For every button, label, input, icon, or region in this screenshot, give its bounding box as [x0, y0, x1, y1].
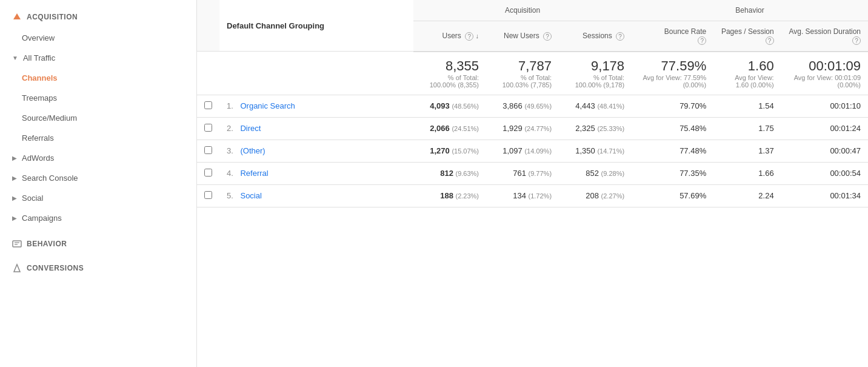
- row2-checkbox[interactable]: [197, 117, 219, 140]
- row4-new-users: 761 (9.77%): [486, 162, 559, 184]
- totals-pages-session: 1.60 Avg for View: 1.60 (0.00%): [713, 52, 781, 95]
- sidebar-item-campaigns[interactable]: ▶ Campaigns: [0, 208, 196, 228]
- row1-channel: 1. Organic Search: [219, 95, 413, 117]
- sidebar-item-treemaps[interactable]: Treemaps: [0, 88, 196, 108]
- row2-users: 2,066 (24.51%): [413, 117, 486, 140]
- adwords-arrow-icon: ▶: [12, 155, 17, 161]
- row1-channel-link[interactable]: Organic Search: [240, 101, 295, 110]
- totals-row: 8,355 % of Total: 100.00% (8,355) 7,787 …: [197, 52, 868, 95]
- users-sort-icon[interactable]: ↓: [476, 32, 479, 39]
- sidebar-item-overview[interactable]: Overview: [0, 28, 196, 48]
- sessions-col-header: Sessions ?: [559, 21, 632, 52]
- row1-new-users: 3,866 (49.65%): [486, 95, 559, 117]
- totals-sessions: 9,178 % of Total: 100.00% (9,178): [559, 52, 632, 95]
- totals-new-users: 7,787 % of Total: 100.03% (7,785): [486, 52, 559, 95]
- row4-users: 812 (9.63%): [413, 162, 486, 184]
- row3-users: 1,270 (15.07%): [413, 140, 486, 162]
- row3-bounce-rate: 77.48%: [632, 140, 713, 162]
- sessions-help-icon[interactable]: ?: [616, 32, 624, 41]
- row4-checkbox[interactable]: [197, 162, 219, 184]
- row5-pages-session: 2.24: [713, 184, 781, 207]
- behavior-icon: [12, 239, 22, 249]
- sidebar-item-channels[interactable]: Channels: [0, 68, 196, 88]
- row5-avg-session: 00:01:34: [781, 184, 868, 207]
- row4-avg-session: 00:00:54: [781, 162, 868, 184]
- conversions-section-header: CONVERSIONS: [0, 257, 196, 279]
- totals-users: 8,355 % of Total: 100.00% (8,355): [413, 52, 486, 95]
- row4-channel-link[interactable]: Referral: [240, 169, 268, 178]
- avg-session-help-icon[interactable]: ?: [852, 36, 861, 45]
- analytics-table: Default Channel Grouping Acquisition Beh…: [197, 0, 868, 207]
- users-help-icon[interactable]: ?: [465, 32, 473, 41]
- svg-marker-4: [14, 264, 20, 272]
- sidebar-item-social[interactable]: ▶ Social: [0, 188, 196, 208]
- sidebar-item-all-traffic[interactable]: ▼ All Traffic: [0, 48, 196, 68]
- row1-checkbox[interactable]: [197, 95, 219, 117]
- row1-avg-session: 00:01:10: [781, 95, 868, 117]
- row2-avg-session: 00:01:24: [781, 117, 868, 140]
- row3-new-users: 1,097 (14.09%): [486, 140, 559, 162]
- sidebar-item-search-console[interactable]: ▶ Search Console: [0, 168, 196, 188]
- row4-sessions: 852 (9.28%): [559, 162, 632, 184]
- row1-pages-session: 1.54: [713, 95, 781, 117]
- row2-channel-link[interactable]: Direct: [240, 124, 261, 133]
- svg-rect-1: [13, 241, 21, 247]
- users-col-header: Users ? ↓: [413, 21, 486, 52]
- row5-checkbox[interactable]: [197, 184, 219, 207]
- row3-checkbox[interactable]: [197, 140, 219, 162]
- table-row: 5. Social 188 (2.23%) 134 (1.72%) 208 (2…: [197, 184, 868, 207]
- row4-bounce-rate: 77.35%: [632, 162, 713, 184]
- totals-label-cell: [219, 52, 413, 95]
- row3-avg-session: 00:00:47: [781, 140, 868, 162]
- sidebar: ACQUISITION Overview ▼ All Traffic Chann…: [0, 0, 197, 367]
- row1-sessions: 4,443 (48.41%): [559, 95, 632, 117]
- row1-users: 4,093 (48.56%): [413, 95, 486, 117]
- table-row: 2. Direct 2,066 (24.51%) 1,929 (24.77%) …: [197, 117, 868, 140]
- channel-header: Default Channel Grouping: [219, 0, 413, 52]
- bounce-rate-help-icon[interactable]: ?: [698, 36, 706, 45]
- row2-bounce-rate: 75.48%: [632, 117, 713, 140]
- row4-pages-session: 1.66: [713, 162, 781, 184]
- acquisition-label: ACQUISITION: [27, 13, 78, 21]
- campaigns-arrow-icon: ▶: [12, 215, 17, 221]
- sidebar-item-referrals[interactable]: Referrals: [0, 128, 196, 148]
- social-arrow-icon: ▶: [12, 195, 17, 201]
- sidebar-item-adwords[interactable]: ▶ AdWords: [0, 148, 196, 168]
- search-console-arrow-icon: ▶: [12, 175, 17, 181]
- totals-checkbox-cell: [197, 52, 219, 95]
- row3-channel-link[interactable]: (Other): [240, 146, 265, 155]
- table-row: 3. (Other) 1,270 (15.07%) 1,097 (14.09%)…: [197, 140, 868, 162]
- acquisition-group-header: Acquisition: [413, 0, 632, 21]
- pages-session-help-icon[interactable]: ?: [766, 36, 774, 45]
- row5-bounce-rate: 57.69%: [632, 184, 713, 207]
- behavior-section-header: BEHAVIOR: [0, 233, 196, 255]
- acquisition-section-header: ACQUISITION: [0, 6, 196, 28]
- row3-sessions: 1,350 (14.71%): [559, 140, 632, 162]
- new-users-col-header: New Users ?: [486, 21, 559, 52]
- row5-sessions: 208 (2.27%): [559, 184, 632, 207]
- bounce-rate-col-header: Bounce Rate ?: [632, 21, 713, 52]
- behavior-group-header: Behavior: [632, 0, 868, 21]
- row4-channel: 4. Referral: [219, 162, 413, 184]
- svg-marker-0: [13, 13, 21, 19]
- acquisition-icon: [12, 12, 22, 22]
- row5-channel-link[interactable]: Social: [240, 191, 261, 200]
- expand-icon: ▼: [12, 55, 18, 61]
- row3-pages-session: 1.37: [713, 140, 781, 162]
- row5-new-users: 134 (1.72%): [486, 184, 559, 207]
- row2-sessions: 2,325 (25.33%): [559, 117, 632, 140]
- row3-channel: 3. (Other): [219, 140, 413, 162]
- select-all-checkbox-cell: [197, 0, 219, 52]
- row2-channel: 2. Direct: [219, 117, 413, 140]
- table-row: 1. Organic Search 4,093 (48.56%) 3,866 (…: [197, 95, 868, 117]
- new-users-help-icon[interactable]: ?: [543, 32, 552, 41]
- sidebar-item-source-medium[interactable]: Source/Medium: [0, 108, 196, 128]
- pages-session-col-header: Pages / Session ?: [713, 21, 781, 52]
- row5-channel: 5. Social: [219, 184, 413, 207]
- row1-bounce-rate: 79.70%: [632, 95, 713, 117]
- table-row: 4. Referral 812 (9.63%) 761 (9.77%) 852 …: [197, 162, 868, 184]
- main-content: Default Channel Grouping Acquisition Beh…: [197, 0, 868, 367]
- totals-avg-session: 00:01:09 Avg for View: 00:01:09 (0.00%): [781, 52, 868, 95]
- avg-session-col-header: Avg. Session Duration ?: [781, 21, 868, 52]
- row5-users: 188 (2.23%): [413, 184, 486, 207]
